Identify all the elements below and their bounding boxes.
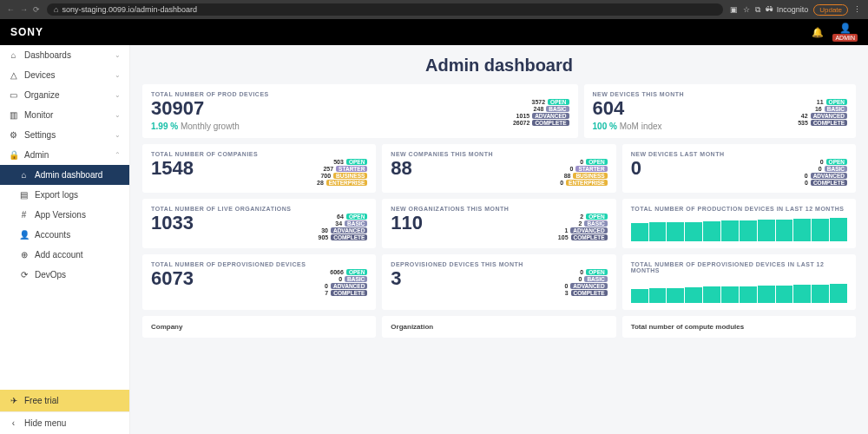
tag-enterprise: ENTERPRISE xyxy=(566,180,608,186)
monitor-icon: ▥ xyxy=(9,110,18,120)
content: Admin dashboard TOTAL NUMBER OF PROD DEV… xyxy=(130,45,868,434)
tag-row: 7COMPLETE xyxy=(307,290,367,296)
sidebar-item-admin[interactable]: 🔒Admin⌃ xyxy=(0,145,129,165)
sidebar-sub-app-versions[interactable]: #App Versions xyxy=(0,205,129,225)
sidebar: ⌂Dashboards⌄△Devices⌄▭Organize⌄▥Monitor⌄… xyxy=(0,45,130,434)
browser-chrome: ← → ⟳ ⌂ sony-staging.0099.io/admin-dashb… xyxy=(0,0,868,19)
reload-icon[interactable]: ⟳ xyxy=(33,5,40,14)
tag-open: OPEN xyxy=(346,159,367,165)
ext-icon[interactable]: ⧉ xyxy=(755,5,760,15)
hide-menu-button[interactable]: ‹ Hide menu xyxy=(0,411,129,434)
card-deprov-month: DEPROVISIONED DEVICES THIS MONTH30OPEN0B… xyxy=(382,254,615,310)
cast-icon[interactable]: ▣ xyxy=(730,5,738,14)
tag-row: 0STARTER xyxy=(552,166,607,172)
sidebar-item-settings[interactable]: ⚙Settings⌄ xyxy=(0,125,129,145)
tag-row: 30ADVANCED xyxy=(307,227,367,233)
sub-icon: ▤ xyxy=(19,190,29,200)
url-bar[interactable]: ⌂ sony-staging.0099.io/admin-dashboard xyxy=(47,3,723,16)
tag-row: 3572OPEN xyxy=(524,99,569,105)
back-icon[interactable]: ← xyxy=(7,5,15,14)
tag-row: 88BUSINESS xyxy=(549,173,607,179)
card-prod-12m: TOTAL NUMBER OF PRODUCTION DEVICES IN LA… xyxy=(622,199,856,248)
card-deprov: TOTAL NUMBER OF DEPROVISIONED DEVICES607… xyxy=(142,254,376,310)
settings-icon: ⚙ xyxy=(9,130,18,140)
tag-enterprise: ENTERPRISE xyxy=(326,180,368,186)
metric-value: 110 xyxy=(391,214,423,233)
tag-row: 0OPEN xyxy=(803,159,847,165)
sidebar-sub-admin-dashboard[interactable]: ⌂Admin dashboard xyxy=(0,165,129,185)
organization-section: Organization xyxy=(382,316,615,338)
trial-icon: ✈ xyxy=(9,396,18,405)
tag-row: 0OPEN xyxy=(562,269,607,275)
compute-section: Total number of compute modules xyxy=(622,316,856,338)
free-trial-button[interactable]: ✈ Free trial xyxy=(0,390,129,411)
menu-icon[interactable]: ⋮ xyxy=(853,5,861,14)
bar-chart xyxy=(631,277,847,303)
tag-open: OPEN xyxy=(346,214,367,220)
tag-row: 0BASIC xyxy=(321,276,367,282)
bell-icon[interactable]: 🔔 xyxy=(812,27,824,38)
tag-advanced: ADVANCED xyxy=(811,173,847,179)
sidebar-item-devices[interactable]: △Devices⌄ xyxy=(0,65,129,85)
tag-row: 0ENTERPRISE xyxy=(542,180,608,186)
tag-row: 0OPEN xyxy=(562,159,607,165)
forward-icon[interactable]: → xyxy=(20,5,28,14)
tag-row: 1ADVANCED xyxy=(547,227,607,233)
tag-advanced: ADVANCED xyxy=(811,113,847,119)
tag-advanced: ADVANCED xyxy=(570,283,607,289)
metric-value: 604 xyxy=(593,99,662,118)
user-icon: 👤 xyxy=(839,23,852,34)
tag-row: 1015ADVANCED xyxy=(509,113,569,119)
card-new-companies: NEW COMPANIES THIS MONTH880OPEN0STARTER8… xyxy=(382,144,615,193)
tag-business: BUSINESS xyxy=(573,173,607,179)
sidebar-item-monitor[interactable]: ▥Monitor⌄ xyxy=(0,105,129,125)
bar-chart xyxy=(631,215,847,241)
tag-open: OPEN xyxy=(826,159,847,165)
admin-badge: ADMIN xyxy=(832,34,858,42)
tag-basic: BASIC xyxy=(546,106,569,112)
tag-row: 0BASIC xyxy=(561,276,607,282)
tag-row: 905COMPLETE xyxy=(307,234,367,240)
card-new-devices: NEW DEVICES THIS MONTH604100 % MoM index… xyxy=(584,84,856,138)
tag-complete: COMPLETE xyxy=(811,120,847,126)
tag-row: 28ENTERPRISE xyxy=(303,180,368,186)
update-button[interactable]: Update xyxy=(813,4,848,16)
card-prod-devices: TOTAL NUMBER OF PROD DEVICES309071.99 % … xyxy=(142,84,578,138)
tag-basic: BASIC xyxy=(825,166,847,172)
star-icon[interactable]: ☆ xyxy=(743,5,750,14)
tag-basic: BASIC xyxy=(825,106,847,112)
sidebar-sub-export-logs[interactable]: ▤Export logs xyxy=(0,185,129,205)
tag-open: OPEN xyxy=(586,159,607,165)
tag-row: 26072COMPLETE xyxy=(509,120,569,126)
sidebar-item-organize[interactable]: ▭Organize⌄ xyxy=(0,85,129,105)
incognito-icon: 🕶 xyxy=(766,5,773,14)
sidebar-sub-devops[interactable]: ⟳DevOps xyxy=(0,265,129,285)
sub-icon: ⌂ xyxy=(19,170,29,180)
metric-value: 1548 xyxy=(151,159,194,178)
brand-logo: SONY xyxy=(10,26,43,38)
tag-row: 3COMPLETE xyxy=(548,290,608,296)
metric-value: 0 xyxy=(631,159,641,178)
tag-row: 2BASIC xyxy=(561,220,607,227)
devices-icon: △ xyxy=(9,70,18,80)
sidebar-item-dashboards[interactable]: ⌂Dashboards⌄ xyxy=(0,45,129,65)
tag-open: OPEN xyxy=(346,269,367,275)
tag-row: 0ADVANCED xyxy=(307,283,367,289)
tag-open: OPEN xyxy=(826,99,847,105)
tag-complete: COMPLETE xyxy=(532,120,569,126)
sidebar-sub-accounts[interactable]: 👤Accounts xyxy=(0,225,129,245)
tag-row: 700BUSINESS xyxy=(310,173,367,179)
sidebar-sub-add-account[interactable]: ⊕Add account xyxy=(0,245,129,265)
tag-basic: BASIC xyxy=(345,276,367,282)
tag-advanced: ADVANCED xyxy=(570,227,607,233)
tag-row: 64OPEN xyxy=(323,214,367,220)
chevron-left-icon: ‹ xyxy=(9,418,18,428)
tag-business: BUSINESS xyxy=(333,173,367,179)
chevron-down-icon: ⌄ xyxy=(115,131,121,139)
tag-complete: COMPLETE xyxy=(811,180,847,186)
tag-advanced: ADVANCED xyxy=(331,283,367,289)
admin-user[interactable]: 👤 ADMIN xyxy=(832,23,858,42)
tag-row: 535COMPLETE xyxy=(787,120,847,126)
tag-row: 34BASIC xyxy=(321,220,367,227)
tag-advanced: ADVANCED xyxy=(331,227,367,233)
